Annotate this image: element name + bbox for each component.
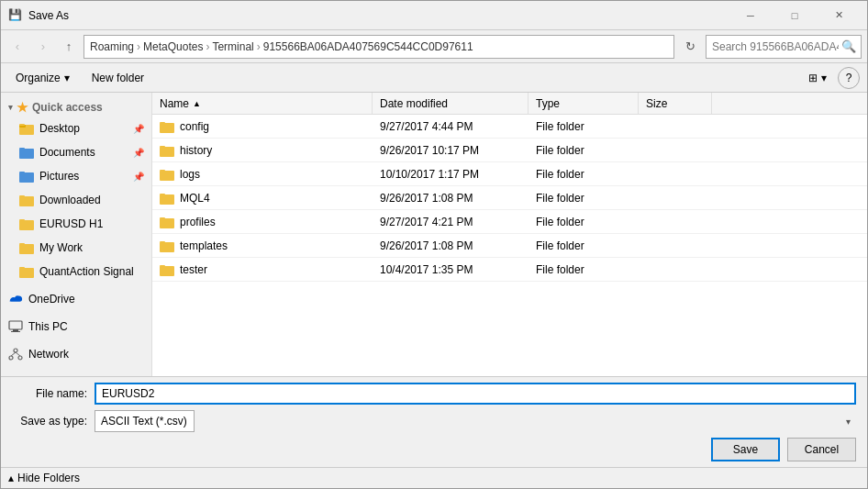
breadcrumb-metaquotes[interactable]: MetaQuotes — [143, 40, 203, 53]
address-bar: ‹ › ↑ Roaming › MetaQuotes › Terminal › … — [1, 30, 867, 63]
up-button[interactable]: ↑ — [58, 36, 80, 58]
svg-rect-3 — [19, 149, 34, 159]
file-rows-container: config 9/27/2017 4:44 PM File folder his… — [152, 115, 867, 282]
search-wrapper: 🔍 — [706, 35, 862, 59]
file-type-wrapper: ASCII Text (*.csv) ▾ — [95, 410, 856, 432]
svg-rect-14 — [19, 267, 25, 269]
column-header-size[interactable]: Size — [639, 93, 712, 114]
table-row[interactable]: profiles 9/27/2017 4:21 PM File folder — [152, 210, 867, 234]
breadcrumb-folder-id[interactable]: 915566BA06ADA407569C544CC0D97611 — [263, 40, 473, 53]
svg-rect-30 — [160, 194, 165, 195]
svg-rect-34 — [160, 241, 165, 243]
search-input[interactable] — [706, 35, 862, 59]
new-folder-button[interactable]: New folder — [84, 67, 151, 89]
close-button[interactable]: ✕ — [818, 3, 860, 28]
pin-icon: 📌 — [133, 124, 144, 134]
column-header-name[interactable]: Name ▲ — [152, 93, 373, 114]
svg-rect-7 — [19, 196, 34, 206]
title-bar-buttons: ─ □ ✕ — [729, 3, 860, 28]
svg-rect-8 — [19, 195, 25, 197]
network-section: Network — [1, 342, 151, 366]
title-bar-text: Save As — [28, 9, 729, 22]
svg-rect-6 — [19, 172, 25, 173]
quick-access-header[interactable]: ▾ ★ Quick access — [1, 96, 151, 117]
view-button[interactable]: ⊞ ▾ — [801, 67, 834, 89]
sidebar-item-downloaded[interactable]: Downloaded — [1, 188, 151, 212]
table-row[interactable]: templates 9/26/2017 1:08 PM File folder — [152, 234, 867, 258]
sidebar-item-quantaction[interactable]: QuantAction Signal — [1, 260, 151, 283]
file-list: Name ▲ Date modified Type Size config — [152, 93, 867, 376]
sidebar-item-pictures[interactable]: Pictures 📌 — [1, 164, 151, 188]
address-breadcrumb[interactable]: Roaming › MetaQuotes › Terminal › 915566… — [83, 35, 674, 59]
table-row[interactable]: config 9/27/2017 4:44 PM File folder — [152, 115, 867, 139]
pictures-icon — [19, 169, 34, 183]
table-row[interactable]: logs 10/10/2017 1:17 PM File folder — [152, 162, 867, 186]
svg-point-18 — [14, 349, 17, 352]
onedrive-icon — [8, 292, 23, 306]
save-as-type-row: Save as type: ASCII Text (*.csv) ▾ — [12, 410, 856, 432]
title-bar-icon: 💾 — [8, 8, 23, 23]
sidebar-item-eurusd[interactable]: EURUSD H1 — [1, 212, 151, 236]
breadcrumb-terminal[interactable]: Terminal — [212, 40, 253, 53]
file-name-input[interactable] — [95, 383, 856, 405]
sidebar-item-this-pc[interactable]: This PC — [1, 315, 151, 339]
forward-button[interactable]: › — [32, 36, 54, 58]
this-pc-section: This PC — [1, 315, 151, 339]
bottom-bar: File name: Save as type: ASCII Text (*.c… — [1, 376, 867, 467]
sidebar-item-documents[interactable]: Documents 📌 — [1, 140, 151, 164]
quantaction-icon — [19, 264, 34, 279]
svg-rect-26 — [160, 146, 165, 148]
hide-folders-row: ▴ Hide Folders — [1, 467, 867, 488]
svg-rect-15 — [9, 321, 22, 329]
documents-icon — [19, 145, 34, 160]
file-type-select[interactable]: ASCII Text (*.csv) — [95, 410, 195, 432]
organize-button[interactable]: Organize ▾ — [8, 67, 77, 89]
table-row[interactable]: tester 10/4/2017 1:35 PM File folder — [152, 258, 867, 282]
table-row[interactable]: history 9/26/2017 10:17 PM File folder — [152, 139, 867, 162]
title-bar: 💾 Save As ─ □ ✕ — [1, 1, 867, 30]
toolbar: Organize ▾ New folder ⊞ ▾ ? — [1, 63, 867, 93]
svg-rect-4 — [19, 148, 25, 150]
table-row[interactable]: MQL4 9/26/2017 1:08 PM File folder — [152, 186, 867, 210]
column-header-date[interactable]: Date modified — [373, 93, 529, 114]
pin-icon: 📌 — [133, 148, 144, 158]
cancel-button[interactable]: Cancel — [787, 438, 856, 461]
eurusd-icon — [19, 217, 34, 231]
svg-rect-29 — [160, 194, 174, 205]
refresh-button[interactable]: ↻ — [678, 35, 702, 59]
svg-rect-24 — [160, 122, 165, 124]
save-button[interactable]: Save — [711, 438, 780, 461]
main-content: ▾ ★ Quick access Desktop 📌 Documents — [1, 93, 867, 376]
breadcrumb-roaming[interactable]: Roaming — [90, 40, 134, 53]
network-icon — [8, 347, 23, 361]
sidebar-item-onedrive[interactable]: OneDrive — [1, 287, 151, 311]
svg-point-19 — [9, 356, 13, 360]
svg-rect-31 — [160, 218, 174, 228]
help-button[interactable]: ? — [838, 67, 860, 89]
svg-line-22 — [16, 352, 20, 356]
svg-rect-28 — [160, 170, 165, 172]
svg-rect-2 — [19, 124, 25, 126]
action-row: Save Cancel — [12, 438, 856, 461]
hide-folders-button[interactable]: ▴ Hide Folders — [8, 472, 80, 484]
select-arrow-icon: ▾ — [846, 417, 851, 427]
column-header-type[interactable]: Type — [529, 93, 639, 114]
sort-arrow: ▲ — [193, 99, 201, 108]
quick-access-icon: ★ — [17, 100, 28, 115]
sidebar-item-network[interactable]: Network — [1, 342, 151, 366]
svg-rect-13 — [19, 268, 34, 278]
svg-line-21 — [11, 352, 16, 356]
back-button[interactable]: ‹ — [6, 36, 28, 58]
minimize-button[interactable]: ─ — [729, 3, 772, 28]
toolbar-right: ⊞ ▾ ? — [801, 67, 860, 89]
file-name-label: File name: — [12, 387, 95, 400]
sidebar-item-desktop[interactable]: Desktop 📌 — [1, 117, 151, 140]
search-icon: 🔍 — [841, 39, 856, 53]
svg-rect-10 — [19, 219, 25, 221]
svg-rect-12 — [19, 243, 25, 245]
maximize-button[interactable]: □ — [773, 3, 816, 28]
svg-rect-9 — [19, 220, 34, 230]
sidebar-item-mywork[interactable]: My Work — [1, 236, 151, 260]
onedrive-section: OneDrive — [1, 287, 151, 311]
save-as-type-label: Save as type: — [12, 415, 95, 428]
